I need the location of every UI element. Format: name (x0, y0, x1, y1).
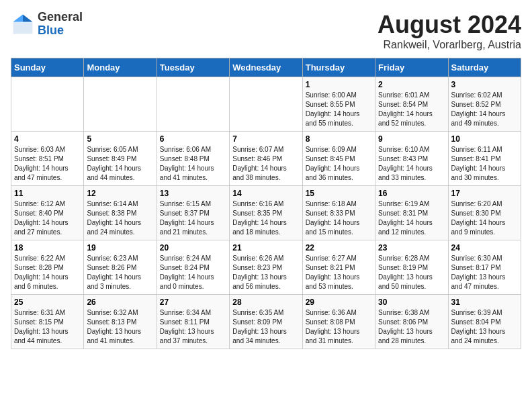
calendar-cell: 3Sunrise: 6:02 AM Sunset: 8:52 PM Daylig… (448, 77, 521, 132)
day-info: Sunrise: 6:10 AM Sunset: 8:43 PM Dayligh… (378, 145, 445, 183)
calendar-week-3: 11Sunrise: 6:12 AM Sunset: 8:40 PM Dayli… (11, 186, 521, 240)
day-info: Sunrise: 6:09 AM Sunset: 8:45 PM Dayligh… (306, 145, 372, 183)
subtitle: Rankweil, Vorarlberg, Austria (378, 39, 521, 51)
calendar-cell: 8Sunrise: 6:09 AM Sunset: 8:45 PM Daylig… (302, 132, 375, 186)
day-info: Sunrise: 6:02 AM Sunset: 8:52 PM Dayligh… (451, 91, 518, 128)
calendar-cell: 5Sunrise: 6:05 AM Sunset: 8:49 PM Daylig… (84, 132, 157, 186)
calendar-cell: 13Sunrise: 6:15 AM Sunset: 8:37 PM Dayli… (157, 186, 229, 240)
day-number: 29 (306, 298, 372, 307)
day-info: Sunrise: 6:35 AM Sunset: 8:09 PM Dayligh… (232, 308, 299, 346)
col-thursday: Thursday (302, 58, 375, 77)
day-info: Sunrise: 6:14 AM Sunset: 8:38 PM Dayligh… (87, 199, 153, 237)
day-number: 19 (87, 243, 153, 253)
calendar-cell: 24Sunrise: 6:30 AM Sunset: 8:17 PM Dayli… (448, 240, 521, 295)
day-number: 17 (451, 189, 518, 198)
day-info: Sunrise: 6:00 AM Sunset: 8:55 PM Dayligh… (306, 91, 372, 128)
day-info: Sunrise: 6:26 AM Sunset: 8:23 PM Dayligh… (232, 254, 299, 291)
calendar-week-1: 1Sunrise: 6:00 AM Sunset: 8:55 PM Daylig… (11, 77, 521, 132)
calendar-cell: 19Sunrise: 6:23 AM Sunset: 8:26 PM Dayli… (84, 240, 157, 295)
calendar-cell: 6Sunrise: 6:06 AM Sunset: 8:48 PM Daylig… (157, 132, 229, 186)
day-info: Sunrise: 6:28 AM Sunset: 8:19 PM Dayligh… (378, 254, 445, 291)
calendar-cell: 29Sunrise: 6:36 AM Sunset: 8:08 PM Dayli… (302, 295, 375, 349)
col-wednesday: Wednesday (230, 58, 302, 77)
calendar-cell (157, 77, 229, 132)
day-number: 30 (378, 298, 445, 307)
day-info: Sunrise: 6:07 AM Sunset: 8:46 PM Dayligh… (232, 145, 299, 183)
svg-marker-1 (23, 14, 32, 21)
day-number: 2 (378, 80, 445, 89)
calendar-cell: 16Sunrise: 6:19 AM Sunset: 8:31 PM Dayli… (375, 186, 448, 240)
calendar-cell (230, 77, 302, 132)
day-number: 5 (87, 134, 153, 144)
col-saturday: Saturday (448, 58, 521, 77)
logo-icon (11, 12, 35, 36)
day-info: Sunrise: 6:24 AM Sunset: 8:24 PM Dayligh… (160, 254, 226, 291)
day-number: 28 (232, 298, 299, 307)
day-number: 7 (232, 134, 299, 144)
day-number: 4 (14, 134, 81, 144)
day-info: Sunrise: 6:22 AM Sunset: 8:28 PM Dayligh… (14, 254, 81, 291)
calendar-cell: 15Sunrise: 6:18 AM Sunset: 8:33 PM Dayli… (302, 186, 375, 240)
calendar-cell: 30Sunrise: 6:38 AM Sunset: 8:06 PM Dayli… (375, 295, 448, 349)
day-number: 8 (306, 134, 372, 144)
calendar-table: Sunday Monday Tuesday Wednesday Thursday… (11, 58, 521, 349)
title-area: August 2024 Rankweil, Vorarlberg, Austri… (378, 11, 521, 51)
day-info: Sunrise: 6:27 AM Sunset: 8:21 PM Dayligh… (306, 254, 372, 291)
calendar-cell: 1Sunrise: 6:00 AM Sunset: 8:55 PM Daylig… (302, 77, 375, 132)
day-info: Sunrise: 6:23 AM Sunset: 8:26 PM Dayligh… (87, 254, 153, 291)
day-info: Sunrise: 6:03 AM Sunset: 8:51 PM Dayligh… (14, 145, 81, 183)
logo-blue: Blue (38, 24, 64, 37)
calendar-cell: 22Sunrise: 6:27 AM Sunset: 8:21 PM Dayli… (302, 240, 375, 295)
calendar-cell: 11Sunrise: 6:12 AM Sunset: 8:40 PM Dayli… (11, 186, 84, 240)
calendar-cell: 14Sunrise: 6:16 AM Sunset: 8:35 PM Dayli… (230, 186, 302, 240)
day-number: 16 (378, 189, 445, 198)
day-number: 25 (14, 298, 81, 307)
day-number: 26 (87, 298, 153, 307)
logo-text: General Blue (38, 11, 83, 38)
calendar-cell: 28Sunrise: 6:35 AM Sunset: 8:09 PM Dayli… (230, 295, 302, 349)
day-info: Sunrise: 6:39 AM Sunset: 8:04 PM Dayligh… (451, 308, 518, 346)
day-number: 9 (378, 134, 445, 144)
day-number: 24 (451, 243, 518, 253)
day-info: Sunrise: 6:38 AM Sunset: 8:06 PM Dayligh… (378, 308, 445, 346)
day-info: Sunrise: 6:06 AM Sunset: 8:48 PM Dayligh… (160, 145, 226, 183)
day-info: Sunrise: 6:05 AM Sunset: 8:49 PM Dayligh… (87, 145, 153, 183)
day-info: Sunrise: 6:36 AM Sunset: 8:08 PM Dayligh… (306, 308, 372, 346)
calendar-cell (84, 77, 157, 132)
calendar-cell: 31Sunrise: 6:39 AM Sunset: 8:04 PM Dayli… (448, 295, 521, 349)
col-tuesday: Tuesday (157, 58, 229, 77)
col-monday: Monday (84, 58, 157, 77)
day-number: 12 (87, 189, 153, 198)
calendar-cell (11, 77, 84, 132)
calendar-cell: 26Sunrise: 6:32 AM Sunset: 8:13 PM Dayli… (84, 295, 157, 349)
col-friday: Friday (375, 58, 448, 77)
calendar-week-5: 25Sunrise: 6:31 AM Sunset: 8:15 PM Dayli… (11, 295, 521, 349)
day-number: 18 (14, 243, 81, 253)
calendar-cell: 9Sunrise: 6:10 AM Sunset: 8:43 PM Daylig… (375, 132, 448, 186)
day-number: 13 (160, 189, 226, 198)
day-number: 6 (160, 134, 226, 144)
calendar-cell: 7Sunrise: 6:07 AM Sunset: 8:46 PM Daylig… (230, 132, 302, 186)
calendar-cell: 12Sunrise: 6:14 AM Sunset: 8:38 PM Dayli… (84, 186, 157, 240)
day-number: 23 (378, 243, 445, 253)
col-sunday: Sunday (11, 58, 84, 77)
day-number: 20 (160, 243, 226, 253)
day-number: 10 (451, 134, 518, 144)
calendar-cell: 2Sunrise: 6:01 AM Sunset: 8:54 PM Daylig… (375, 77, 448, 132)
calendar-cell: 23Sunrise: 6:28 AM Sunset: 8:19 PM Dayli… (375, 240, 448, 295)
calendar-cell: 27Sunrise: 6:34 AM Sunset: 8:11 PM Dayli… (157, 295, 229, 349)
calendar-cell: 17Sunrise: 6:20 AM Sunset: 8:30 PM Dayli… (448, 186, 521, 240)
day-info: Sunrise: 6:32 AM Sunset: 8:13 PM Dayligh… (87, 308, 153, 346)
day-info: Sunrise: 6:19 AM Sunset: 8:31 PM Dayligh… (378, 199, 445, 237)
calendar-week-2: 4Sunrise: 6:03 AM Sunset: 8:51 PM Daylig… (11, 132, 521, 186)
day-number: 3 (451, 80, 518, 89)
calendar-cell: 4Sunrise: 6:03 AM Sunset: 8:51 PM Daylig… (11, 132, 84, 186)
day-info: Sunrise: 6:11 AM Sunset: 8:41 PM Dayligh… (451, 145, 518, 183)
day-info: Sunrise: 6:12 AM Sunset: 8:40 PM Dayligh… (14, 199, 81, 237)
day-info: Sunrise: 6:20 AM Sunset: 8:30 PM Dayligh… (451, 199, 518, 237)
day-info: Sunrise: 6:31 AM Sunset: 8:15 PM Dayligh… (14, 308, 81, 346)
calendar-cell: 20Sunrise: 6:24 AM Sunset: 8:24 PM Dayli… (157, 240, 229, 295)
day-number: 22 (306, 243, 372, 253)
day-number: 14 (232, 189, 299, 198)
day-info: Sunrise: 6:01 AM Sunset: 8:54 PM Dayligh… (378, 91, 445, 128)
